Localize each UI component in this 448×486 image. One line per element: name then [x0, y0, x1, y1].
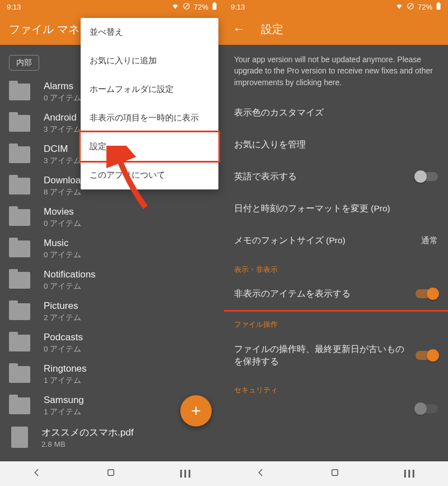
- folder-row[interactable]: Music0 アイテム: [0, 233, 224, 265]
- folder-icon: [9, 209, 30, 226]
- wifi-icon: [395, 2, 403, 12]
- folder-name: Alarms: [44, 81, 81, 92]
- toggle-keep-old[interactable]: [416, 351, 438, 360]
- svg-line-1: [184, 3, 189, 8]
- folder-icon: [9, 335, 30, 351]
- folder-icon: [9, 178, 30, 195]
- file-row[interactable]: オススメのスマホ.pdf 2.8 MB: [0, 422, 224, 453]
- nav-recent-icon[interactable]: III: [179, 468, 192, 480]
- folder-name: Download: [44, 175, 86, 186]
- file-size: 2.8 MB: [41, 440, 133, 448]
- fab-add[interactable]: +: [180, 395, 212, 427]
- menu-sort[interactable]: 並べ替え: [81, 18, 218, 47]
- app-title: ファイル マネ: [9, 22, 80, 37]
- folder-item-count: 0 アイテム: [44, 344, 83, 354]
- battery-icon: [212, 2, 217, 12]
- folder-row[interactable]: Movies0 アイテム: [0, 202, 224, 233]
- folder-icon: [9, 115, 30, 132]
- right-screen: 9:13 72% ← 設定 Your app version will not …: [224, 0, 448, 486]
- folder-row[interactable]: Pictures2 アイテム: [0, 296, 224, 327]
- svg-line-6: [408, 3, 413, 8]
- folder-item-count: 0 アイテム: [44, 93, 81, 103]
- row-customize-colors[interactable]: 表示色のカスタマイズ: [224, 97, 448, 129]
- svg-rect-7: [437, 3, 441, 9]
- menu-about[interactable]: このアプリについて: [81, 161, 218, 189]
- section-security: セキュリティ: [224, 377, 448, 399]
- row-keep-old-date[interactable]: ファイルの操作時、最終更新日が古いものを保持する: [224, 333, 448, 377]
- folder-icon: [9, 272, 30, 289]
- nav-back-icon[interactable]: [32, 468, 42, 480]
- folder-item-count: 8 アイテム: [44, 187, 86, 197]
- app-bar-right: ← 設定: [224, 13, 448, 45]
- settings-content: Your app version will not be updated any…: [224, 45, 448, 461]
- folder-name: Pictures: [44, 300, 81, 312]
- font-size-value: 通常: [421, 235, 438, 246]
- status-time: 9:13: [231, 3, 245, 11]
- folder-icon: [9, 240, 30, 257]
- folder-name: Movies: [44, 206, 81, 217]
- battery-text: 72%: [418, 3, 432, 11]
- folder-name: Samsung: [44, 395, 84, 406]
- status-time: 9:13: [7, 3, 21, 11]
- folder-icon: [9, 84, 30, 100]
- folder-icon: [9, 303, 30, 320]
- svg-rect-4: [108, 469, 114, 475]
- row-manage-favorites[interactable]: お気に入りを管理: [224, 129, 448, 161]
- nav-recent-icon[interactable]: III: [403, 468, 416, 480]
- left-screen: 9:13 72% ファイル マネ 内部 Alarms0 アイテムAndroid3…: [0, 0, 224, 486]
- folder-row[interactable]: Ringtones1 アイテム: [0, 359, 224, 390]
- nav-home-icon[interactable]: [330, 468, 340, 480]
- nav-bar: III: [224, 461, 448, 486]
- svg-rect-8: [437, 2, 440, 3]
- folder-icon: [9, 366, 30, 383]
- battery-icon: [436, 2, 441, 12]
- svg-rect-2: [213, 3, 217, 9]
- file-icon: [11, 427, 28, 448]
- storage-chip[interactable]: 内部: [9, 55, 39, 71]
- plus-icon: +: [191, 401, 201, 420]
- row-show-hidden[interactable]: 非表示のアイテムを表示する: [224, 278, 448, 312]
- folder-name: Ringtones: [44, 363, 87, 374]
- nav-back-icon[interactable]: [256, 468, 266, 480]
- section-fileop: ファイル操作: [224, 312, 448, 333]
- folder-row[interactable]: Notifications0 アイテム: [0, 265, 224, 296]
- row-english-display[interactable]: 英語で表示する: [224, 161, 448, 193]
- file-name: オススメのスマホ.pdf: [41, 426, 133, 439]
- status-bar: 9:13 72%: [224, 0, 448, 13]
- folder-icon: [9, 397, 30, 414]
- battery-text: 72%: [194, 3, 208, 11]
- row-security-partial[interactable]: [224, 399, 448, 419]
- folder-name: Android: [44, 112, 81, 123]
- menu-sethome[interactable]: ホームフォルダに設定: [81, 75, 218, 104]
- section-visibility: 表示・非表示: [224, 257, 448, 278]
- folder-item-count: 1 アイテム: [44, 407, 84, 417]
- folder-item-count: 0 アイテム: [44, 281, 96, 291]
- menu-favorite[interactable]: お気に入りに追加: [81, 47, 218, 75]
- block-icon: [183, 2, 190, 12]
- back-button[interactable]: ←: [233, 22, 245, 36]
- toggle-english[interactable]: [416, 172, 438, 181]
- settings-title: 設定: [261, 22, 283, 37]
- folder-name: Music: [44, 238, 81, 249]
- nav-home-icon[interactable]: [106, 468, 116, 480]
- toggle-show-hidden[interactable]: [416, 289, 438, 298]
- overflow-menu: 並べ替え お気に入りに追加 ホームフォルダに設定 非表示の項目を一時的に表示 設…: [81, 18, 218, 189]
- svg-rect-9: [332, 469, 338, 475]
- nav-bar: III: [0, 461, 224, 486]
- folder-row[interactable]: Podcasts0 アイテム: [0, 327, 224, 359]
- status-bar: 9:13 72%: [0, 0, 224, 13]
- status-right: 72%: [395, 2, 441, 12]
- row-font-size[interactable]: メモのフォントサイズ (Pro) 通常: [224, 225, 448, 257]
- block-icon: [407, 2, 414, 12]
- status-right: 72%: [171, 2, 217, 12]
- toggle-security[interactable]: [416, 404, 438, 413]
- folder-item-count: 2 アイテム: [44, 313, 81, 323]
- svg-rect-3: [213, 2, 216, 3]
- row-date-format[interactable]: 日付と時刻のフォーマットを変更 (Pro): [224, 193, 448, 225]
- folder-icon: [9, 146, 30, 163]
- folder-name: Notifications: [44, 269, 96, 280]
- upgrade-notice[interactable]: Your app version will not be updated any…: [224, 45, 448, 97]
- menu-settings[interactable]: 設定: [79, 131, 220, 163]
- folder-item-count: 1 アイテム: [44, 376, 87, 386]
- menu-showhidden-temp[interactable]: 非表示の項目を一時的に表示: [81, 104, 218, 132]
